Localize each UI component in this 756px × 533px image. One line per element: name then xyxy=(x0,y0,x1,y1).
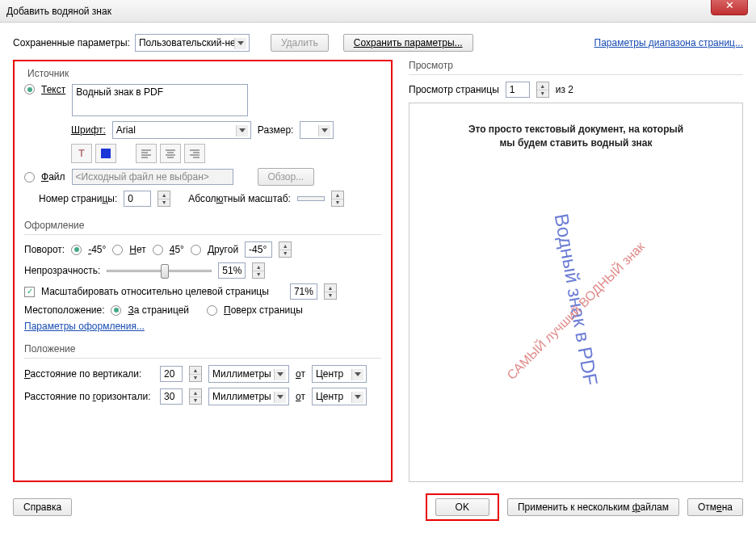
rot-neg45-radio[interactable] xyxy=(71,245,82,255)
doc-line2: мы будем ставить водный знак xyxy=(434,136,718,150)
rot-45-radio[interactable] xyxy=(153,245,163,255)
close-button[interactable]: ✕ xyxy=(711,0,748,15)
preview-legend: Просмотр xyxy=(409,60,743,71)
opacity-label: Непрозрачность: xyxy=(24,265,100,276)
browse-button[interactable]: Обзор... xyxy=(258,168,315,186)
size-label: Размер: xyxy=(258,124,294,136)
rotation-label: Поворот: xyxy=(24,244,65,255)
scale-checkbox-label: Масштабировать относительно целевой стра… xyxy=(41,286,269,297)
text-radio-label: Текст xyxy=(41,84,65,95)
help-button[interactable]: Справка xyxy=(13,498,72,516)
vdist-input[interactable]: 20 xyxy=(160,366,183,382)
save-params-button[interactable]: Сохранить параметры... xyxy=(343,34,473,52)
page-num-input[interactable]: 0 xyxy=(124,191,151,207)
hdist-label: Расстояние по горизонтали: xyxy=(24,391,153,402)
rot-spinner[interactable]: ▲▼ xyxy=(279,241,292,258)
align-center-icon[interactable] xyxy=(160,144,181,163)
source-fieldset: Источник Текст Водный знак в PDF Шрифт: … xyxy=(24,68,381,212)
window-title: Добавить водяной знак xyxy=(6,6,111,17)
saved-params-label: Сохраненные параметры: xyxy=(13,37,130,48)
rot-none-radio[interactable] xyxy=(112,245,123,255)
text-radio[interactable] xyxy=(24,84,35,94)
appearance-options-link[interactable]: Параметры оформления... xyxy=(24,321,145,332)
delete-button[interactable]: Удалить xyxy=(271,34,329,52)
saved-params-select[interactable]: Пользовательский-не xyxy=(135,34,250,52)
page-num-label: Номер страницы: xyxy=(39,193,117,204)
opacity-input[interactable]: 51% xyxy=(218,262,246,279)
hdist-spinner[interactable]: ▲▼ xyxy=(189,388,202,405)
loc-behind-radio[interactable] xyxy=(111,305,121,316)
font-select[interactable]: Arial xyxy=(112,121,251,139)
titlebar: Добавить водяной знак ✕ xyxy=(0,0,756,23)
preview-of-label: из 2 xyxy=(556,84,573,95)
preview-page-input[interactable]: 1 xyxy=(506,82,530,98)
vdist-unit-select[interactable]: Миллиметры xyxy=(208,365,289,383)
scale-input[interactable]: 71% xyxy=(290,283,317,300)
file-radio-label: Файл xyxy=(41,171,65,183)
abs-scale-label: Абсолютный масштаб: xyxy=(188,193,291,204)
hdist-input[interactable]: 30 xyxy=(160,388,183,405)
page-range-link[interactable]: Параметры диапазона страниц... xyxy=(594,37,743,48)
from-label: от xyxy=(296,368,305,380)
opacity-spinner[interactable]: ▲▼ xyxy=(252,262,265,279)
ok-highlight: OK xyxy=(426,493,499,521)
hdist-from-select[interactable]: Центр xyxy=(312,388,367,405)
scale-spinner[interactable]: ▲▼ xyxy=(324,283,337,300)
preview-canvas: Это просто текстовый документ, на которы… xyxy=(409,103,743,482)
cancel-button[interactable]: Отмена xyxy=(687,498,743,516)
doc-line1: Это просто текстовый документ, на которы… xyxy=(434,123,718,136)
font-label: Шрифт: xyxy=(71,124,106,136)
apply-multiple-button[interactable]: Применить к нескольким файлам xyxy=(507,498,679,516)
align-left-icon[interactable] xyxy=(136,144,157,163)
source-legend: Источник xyxy=(24,68,72,79)
from-label-2: от xyxy=(296,391,305,402)
loc-front-radio[interactable] xyxy=(207,305,217,316)
vdist-label: Расстояние по вертикали: xyxy=(24,368,153,380)
opacity-slider[interactable] xyxy=(107,262,212,279)
underline-icon[interactable]: T xyxy=(71,144,92,163)
ok-button[interactable]: OK xyxy=(435,498,489,516)
align-right-icon[interactable] xyxy=(184,144,205,163)
rot-value-input[interactable]: -45° xyxy=(245,241,272,258)
file-radio[interactable] xyxy=(24,172,35,183)
appearance-legend: Оформление xyxy=(24,220,381,231)
position-legend: Положение xyxy=(24,343,381,355)
scale-checkbox[interactable] xyxy=(24,287,35,297)
watermark-text-input[interactable]: Водный знак в PDF xyxy=(72,84,248,116)
page-num-spinner[interactable]: ▲▼ xyxy=(158,191,170,207)
vdist-spinner[interactable]: ▲▼ xyxy=(189,366,202,382)
rot-other-radio[interactable] xyxy=(191,245,201,255)
size-select[interactable] xyxy=(300,121,334,139)
abs-scale-input[interactable] xyxy=(297,196,325,201)
hdist-unit-select[interactable]: Миллиметры xyxy=(208,388,289,405)
location-label: Местоположение: xyxy=(24,304,104,316)
preview-page-spinner[interactable]: ▲▼ xyxy=(536,82,549,98)
vdist-from-select[interactable]: Центр xyxy=(312,365,367,383)
color-icon[interactable] xyxy=(95,144,116,163)
abs-scale-spinner[interactable]: ▲▼ xyxy=(331,191,344,207)
preview-page-label: Просмотр страницы xyxy=(409,84,499,95)
file-path-input: <Исходный файл не выбран> xyxy=(72,169,233,185)
